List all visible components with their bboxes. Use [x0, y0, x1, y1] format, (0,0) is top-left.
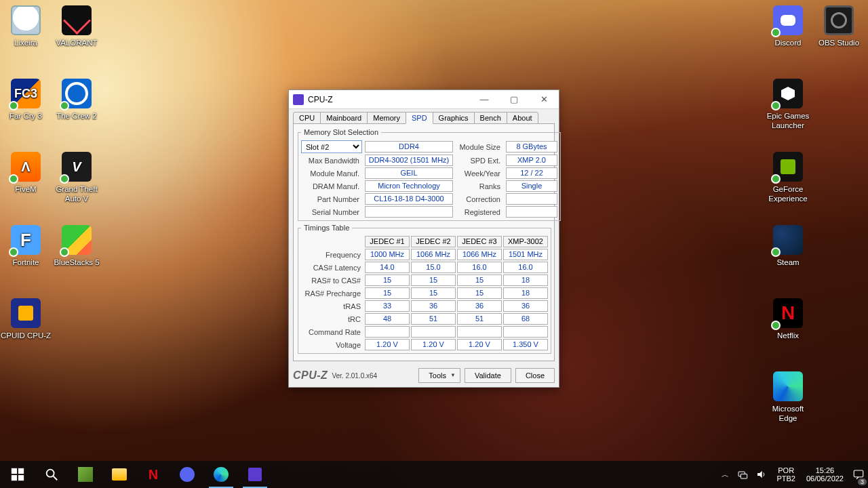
timings-cell: 18: [503, 274, 548, 286]
timings-cell: 36: [457, 300, 502, 312]
field-ranks: Single: [506, 180, 557, 192]
taskbar-app-explorer[interactable]: [103, 461, 136, 488]
tab-cpu[interactable]: CPU: [293, 112, 321, 124]
timings-col-header: XMP-3002: [503, 236, 548, 247]
svg-rect-9: [854, 470, 863, 477]
timings-cell: [457, 326, 502, 338]
svg-rect-2: [12, 475, 17, 481]
tab-graphics[interactable]: Graphics: [433, 112, 475, 124]
desktop-icon-disc[interactable]: Discord: [762, 5, 814, 47]
tray-network[interactable]: [733, 461, 752, 488]
tray-clock[interactable]: 15:26 06/06/2022: [801, 461, 849, 488]
nfx-icon: N: [773, 298, 803, 328]
desktop-icon-val[interactable]: VALORANT: [51, 5, 102, 47]
desktop-icon-blue[interactable]: BlueStacks 5: [51, 225, 102, 267]
tabstrip: CPUMainboardMemorySPDGraphicsBenchAbout: [289, 109, 559, 124]
svg-rect-1: [18, 468, 24, 474]
tray-language[interactable]: POR PTB2: [771, 461, 801, 488]
search-button[interactable]: [35, 461, 68, 488]
desktop-icon-crew[interactable]: The Crew 2: [51, 79, 102, 121]
timings-cell: 14.0: [365, 262, 410, 273]
timings-cell: 15: [457, 274, 502, 286]
discord-icon: [180, 467, 195, 482]
desktop-icon-gtav[interactable]: VGrand Theft Auto V: [51, 152, 102, 203]
taskbar-app-netflix[interactable]: N: [137, 461, 170, 488]
search-icon: [44, 467, 59, 482]
taskbar-app-discord[interactable]: [171, 461, 203, 488]
fort-icon: F: [11, 225, 41, 255]
timings-cell: 36: [411, 300, 456, 312]
tray-volume[interactable]: [752, 461, 771, 488]
gtav-icon: V: [62, 152, 92, 182]
field-registered: [506, 206, 557, 218]
desktop-icon-steam[interactable]: Steam: [762, 225, 814, 267]
val-icon: [62, 5, 92, 35]
chevron-up-icon: ︿: [722, 470, 729, 480]
timings-cell: 1.350 V: [503, 339, 548, 350]
timings-row-label: CAS# Latency: [301, 264, 363, 272]
timings-cell: [503, 326, 548, 338]
field-dram-manuf: Micron Technology: [365, 180, 453, 192]
timings-table: Timings Table JEDEC #1JEDEC #2JEDEC #3XM…: [298, 224, 551, 354]
desktop-icon-obs[interactable]: OBS Studio: [813, 5, 865, 47]
start-button[interactable]: [1, 461, 34, 488]
tab-about[interactable]: About: [507, 112, 538, 124]
field-spd-ext: XMP 2.0: [506, 155, 557, 166]
field-correction: [506, 193, 557, 205]
svg-marker-8: [757, 471, 762, 479]
taskbar-app-edge[interactable]: [205, 461, 237, 488]
svg-line-5: [54, 476, 58, 481]
timings-cell: 15: [411, 287, 456, 299]
taskbar-app-cpuz[interactable]: [239, 461, 271, 488]
nv-icon: [773, 152, 803, 182]
svg-rect-3: [18, 475, 24, 481]
cpuz-window: CPU-Z ― ▢ ✕ CPUMainboardMemorySPDGraphic…: [288, 89, 559, 388]
timings-cell: 51: [411, 313, 456, 325]
validate-button[interactable]: Validate: [465, 368, 511, 383]
tab-spd[interactable]: SPD: [406, 112, 433, 124]
timings-row-label: tRAS: [301, 302, 363, 310]
field-max-bandwidth: DDR4-3002 (1501 MHz): [365, 155, 453, 166]
close-button[interactable]: ✕: [529, 90, 559, 109]
field-module-size: 8 GBytes: [506, 141, 557, 152]
edge-icon: [214, 467, 229, 482]
timings-cell: 1.20 V: [365, 339, 410, 350]
close-button-footer[interactable]: Close: [515, 368, 555, 383]
timings-col-header: JEDEC #3: [457, 236, 502, 247]
taskbar-app-minecraft[interactable]: [69, 461, 102, 488]
bin-icon: [11, 5, 41, 35]
field-module-manuf: GEIL: [365, 167, 453, 179]
titlebar[interactable]: CPU-Z ― ▢ ✕: [289, 90, 559, 109]
desktop-icon-fort[interactable]: FFortnite: [0, 225, 52, 267]
slot-select[interactable]: Slot #2: [301, 140, 362, 153]
tray-chevron[interactable]: ︿: [717, 461, 733, 488]
minimize-button[interactable]: ―: [469, 90, 499, 109]
timings-row-label: tRC: [301, 315, 363, 323]
maximize-button[interactable]: ▢: [499, 90, 529, 109]
tab-bench[interactable]: Bench: [474, 112, 507, 124]
desktop-icon-nfx[interactable]: NNetflix: [762, 298, 814, 340]
desktop-icon-bin[interactable]: Lixeira: [0, 5, 52, 47]
desktop-icon-cpuz[interactable]: CPUID CPU-Z: [0, 298, 52, 340]
tray-notifications[interactable]: 3: [849, 461, 868, 488]
timings-cell: 1.20 V: [411, 339, 456, 350]
timings-cell: 1.20 V: [457, 339, 502, 350]
window-footer: CPU-Z Ver. 2.01.0.x64 Tools Validate Clo…: [289, 365, 559, 387]
desktop-icon-epic[interactable]: Epic Games Launcher: [762, 79, 814, 130]
field-serial-number: [365, 206, 453, 218]
desktop-icon-fivem[interactable]: ΛFiveM: [0, 152, 52, 194]
desktop-icon-fc3[interactable]: FC3Far Cry 3: [0, 79, 52, 121]
fc3-icon: FC3: [11, 79, 41, 108]
blue-icon: [62, 225, 92, 255]
tools-button[interactable]: Tools: [418, 368, 460, 383]
desktop-icon-edge[interactable]: Microsoft Edge: [762, 371, 814, 423]
timings-row-label: RAS# to CAS#: [301, 277, 363, 285]
tab-memory[interactable]: Memory: [367, 112, 406, 124]
windows-icon: [10, 467, 25, 482]
tab-mainboard[interactable]: Mainboard: [320, 112, 368, 124]
timings-col-header: JEDEC #2: [411, 236, 456, 247]
timings-cell: [411, 326, 456, 338]
desktop-icon-nv[interactable]: GeForce Experience: [762, 152, 814, 203]
timings-cell: 1501 MHz: [503, 249, 548, 260]
timings-col-header: JEDEC #1: [365, 236, 410, 247]
